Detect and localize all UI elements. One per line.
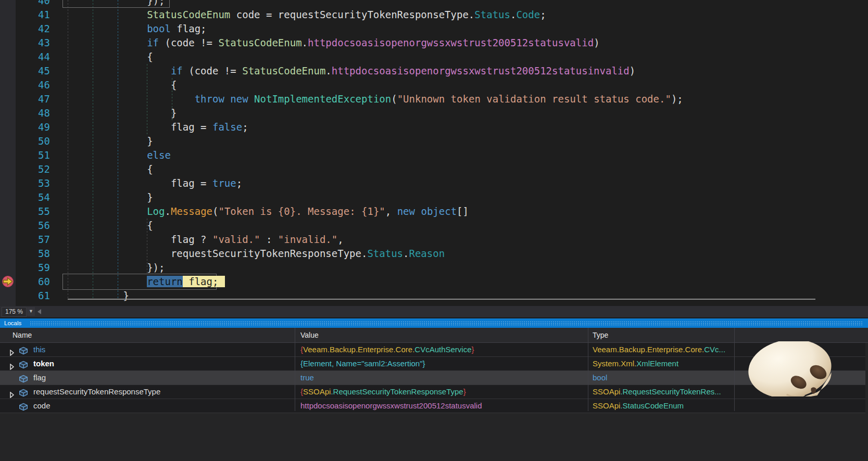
text-segment: true xyxy=(212,177,236,189)
text-segment: "invalid." xyxy=(278,234,337,245)
code-line-53[interactable]: 53 flag = true; xyxy=(0,176,868,190)
text-segment: StatusCodeEnum xyxy=(147,9,230,20)
text-segment: flag = xyxy=(64,121,212,133)
code-line-59[interactable]: 59 }); xyxy=(0,261,868,275)
text-segment xyxy=(64,23,147,34)
column-header-type[interactable]: Type xyxy=(593,328,608,342)
code-line-60[interactable]: 60 return flag; xyxy=(0,275,868,289)
text-segment: .RequestSecurityTokenRes... xyxy=(620,387,721,396)
text-segment: SSOApi xyxy=(303,387,331,396)
text-segment: SSOApi xyxy=(593,387,620,396)
text-segment: requestSecurityTokenResponseType. xyxy=(64,248,367,259)
code-line-50[interactable]: 50 } xyxy=(0,134,868,148)
line-text: if (code != StatusCodeEnum.httpdocsoasis… xyxy=(64,36,600,50)
breakpoint-current-line-icon[interactable] xyxy=(2,275,14,288)
text-segment: new xyxy=(397,206,415,217)
column-divider[interactable] xyxy=(734,328,735,411)
variable-value[interactable]: {SSOApi.RequestSecurityTokenResponseType… xyxy=(300,385,582,398)
variable-value[interactable]: {Element, Name="saml2:Assertion"} xyxy=(300,357,582,370)
line-number: 47 xyxy=(16,92,50,106)
column-header-value[interactable]: Value xyxy=(300,328,319,342)
object-box-icon xyxy=(19,402,28,415)
code-line-43[interactable]: 43 if (code != StatusCodeEnum.httpdocsoa… xyxy=(0,36,868,50)
text-segment: . xyxy=(403,248,409,259)
code-line-55[interactable]: 55 Log.Message("Token is {0}. Message: {… xyxy=(0,204,868,219)
text-segment: , xyxy=(337,234,343,245)
zoom-dropdown-caret-icon[interactable]: ▼ xyxy=(27,307,35,316)
text-segment: (code != xyxy=(183,65,242,76)
line-text: bool flag; xyxy=(64,22,207,36)
code-editor[interactable]: 40 });41 StatusCodeEnum code = requestSe… xyxy=(0,0,868,306)
text-segment: Log xyxy=(147,206,165,217)
text-segment: throw xyxy=(195,93,224,105)
line-text: return flag; xyxy=(64,275,225,289)
locals-panel-titlebar[interactable]: Locals xyxy=(0,318,868,328)
variable-value[interactable]: {Veeam.Backup.Enterprise.Core.CVcAuthSer… xyxy=(300,343,582,356)
code-line-54[interactable]: 54 } xyxy=(0,190,868,204)
text-segment: flag ? xyxy=(64,234,212,245)
text-segment: . xyxy=(325,65,331,76)
code-line-44[interactable]: 44 { xyxy=(0,50,868,64)
line-number: 41 xyxy=(16,8,50,22)
text-segment: ); xyxy=(671,93,683,105)
text-segment: CVcAuthService xyxy=(414,345,471,354)
code-line-51[interactable]: 51 else xyxy=(0,148,868,162)
line-text: flag ? "valid." : "invalid.", xyxy=(64,233,344,247)
text-segment: ) xyxy=(630,65,635,76)
code-line-61[interactable]: 61 } xyxy=(0,289,868,303)
line-number: 60 xyxy=(16,275,50,289)
code-line-41[interactable]: 41 StatusCodeEnum code = requestSecurity… xyxy=(0,8,868,22)
code-line-56[interactable]: 56 { xyxy=(0,219,868,233)
code-area[interactable]: 40 });41 StatusCodeEnum code = requestSe… xyxy=(0,0,868,306)
column-divider[interactable] xyxy=(295,328,295,411)
text-segment: }); xyxy=(64,262,165,273)
text-segment xyxy=(64,206,147,217)
line-number: 40 xyxy=(16,0,50,8)
text-segment: httpdocsoasisopenorgwssxwstrust200512sta… xyxy=(308,37,594,48)
variable-value[interactable]: httpdocsoasisopenorgwssxwstrust200512sta… xyxy=(300,399,582,412)
line-number: 44 xyxy=(16,50,50,64)
code-line-58[interactable]: 58 requestSecurityTokenResponseType.Stat… xyxy=(0,247,868,261)
text-segment: Status xyxy=(367,248,403,259)
zoom-level-select[interactable]: 175 % xyxy=(2,307,27,317)
code-line-40[interactable]: 40 }); xyxy=(0,0,868,8)
code-line-57[interactable]: 57 flag ? "valid." : "invalid.", xyxy=(0,233,868,247)
variable-value[interactable]: true xyxy=(300,371,582,384)
titlebar-drag-dots xyxy=(30,321,863,326)
text-segment: Veeam.Backup.Enterprise.Core. xyxy=(593,345,704,354)
column-header-name[interactable]: Name xyxy=(12,328,32,342)
column-divider[interactable] xyxy=(588,328,588,411)
line-number: 55 xyxy=(16,204,50,219)
code-line-52[interactable]: 52 { xyxy=(0,162,868,176)
text-segment: , xyxy=(385,206,397,217)
line-number: 45 xyxy=(16,64,50,78)
locals-row-code[interactable]: codehttpdocsoasisopenorgwssxwstrust20051… xyxy=(0,399,865,413)
variable-type: System.Xml.XmlElement xyxy=(593,357,731,370)
text-segment: Message xyxy=(171,206,212,217)
text-segment: { xyxy=(64,79,177,91)
line-text: }); xyxy=(64,261,165,275)
text-segment: .StatusCodeEnum xyxy=(620,401,684,410)
code-line-45[interactable]: 45 if (code != StatusCodeEnum.httpdocsoa… xyxy=(0,64,868,78)
code-line-48[interactable]: 48 } xyxy=(0,106,868,120)
line-text: requestSecurityTokenResponseType.Status.… xyxy=(64,247,445,261)
line-number: 49 xyxy=(16,120,50,134)
text-segment: object xyxy=(421,206,457,217)
text-segment: NotImplementedException xyxy=(254,93,391,105)
text-segment xyxy=(248,93,254,105)
line-number: 50 xyxy=(16,134,50,148)
line-text: { xyxy=(64,78,177,92)
code-line-42[interactable]: 42 bool flag; xyxy=(0,22,868,36)
text-segment: } xyxy=(64,107,177,119)
text-segment: { xyxy=(64,220,153,231)
line-number: 58 xyxy=(16,247,50,261)
scrollbar-left-arrow-icon[interactable] xyxy=(37,309,41,314)
text-segment xyxy=(64,276,147,287)
line-text: } xyxy=(64,106,177,120)
text-segment: bool xyxy=(593,373,607,382)
code-line-49[interactable]: 49 flag = false; xyxy=(0,120,868,134)
code-line-47[interactable]: 47 throw new NotImplementedException("Un… xyxy=(0,92,868,106)
code-line-46[interactable]: 46 { xyxy=(0,78,868,92)
text-segment xyxy=(64,93,195,105)
line-text: throw new NotImplementedException("Unkno… xyxy=(64,92,683,106)
